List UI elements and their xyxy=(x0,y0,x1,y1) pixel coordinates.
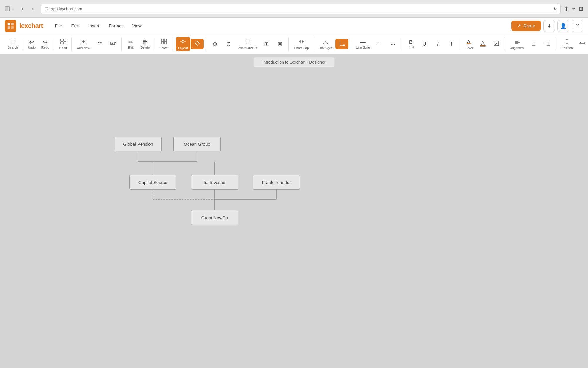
font-color-icon: A xyxy=(466,38,472,46)
italic-icon: I xyxy=(437,41,439,47)
toolbar-group-zoom: ⊕ ⊖ Zoom and Fit ⊞ ⊠ xyxy=(207,37,289,51)
zoom-in-icon: ⊕ xyxy=(213,41,218,47)
toolbar-group-chart: Chart xyxy=(55,37,72,51)
svg-rect-9 xyxy=(61,42,63,44)
chart-icon xyxy=(60,38,66,46)
grid-icon[interactable]: ⊞ xyxy=(579,6,583,12)
zoom-out-icon: ⊖ xyxy=(226,41,231,47)
bold-tool[interactable]: B Font xyxy=(404,38,417,50)
document-title: Introduction to Lexchart - Designer xyxy=(253,57,335,67)
align-center-tool[interactable] xyxy=(527,39,540,49)
node-great-newco[interactable]: Great NewCo xyxy=(191,210,238,225)
node-ocean-group[interactable]: Ocean Group xyxy=(173,137,220,151)
url-bar[interactable]: 🛡 app.lexchart.com ↻ xyxy=(41,4,561,14)
logo-text: lexchart xyxy=(19,22,43,30)
select-tool[interactable]: Select xyxy=(157,37,171,51)
forward-button[interactable]: › xyxy=(29,5,37,13)
delete-tool[interactable]: 🗑 Delete xyxy=(138,38,152,50)
redo-tool[interactable]: ↪ Redo xyxy=(39,38,52,50)
zoom-contract-icon: ⊠ xyxy=(278,41,283,47)
toolbar-group-linestyle: — Line Style - - ··· xyxy=(352,38,401,50)
border-color-tool[interactable] xyxy=(490,39,503,49)
toolbar-group-position: Position xyxy=(557,37,588,51)
svg-point-23 xyxy=(182,40,184,43)
reload-icon[interactable]: ↻ xyxy=(553,6,557,11)
italic-tool[interactable]: I xyxy=(431,40,444,48)
nav-insert[interactable]: Insert xyxy=(83,21,104,31)
fill-color-tool[interactable] xyxy=(476,39,489,49)
position-horizontal-tool[interactable] xyxy=(576,39,588,49)
url-text: app.lexchart.com xyxy=(51,6,82,11)
align-left-tool[interactable]: Alignment xyxy=(508,37,527,51)
svg-line-38 xyxy=(495,42,497,45)
security-icon: 🛡 xyxy=(44,6,49,11)
toolbar-group-linkstyle: Link Style xyxy=(314,37,350,51)
font-color-tool[interactable]: A Color xyxy=(463,37,476,51)
node-global-pension[interactable]: Global Pension xyxy=(115,137,162,151)
underline-tool[interactable]: U xyxy=(418,40,431,48)
browser-actions: ⬆ + ⊞ xyxy=(564,6,583,12)
header-actions: ↗ Share ⬇ 👤 ? xyxy=(511,20,583,32)
help-button[interactable]: ? xyxy=(572,20,583,32)
undo-tool[interactable]: ↩ Undo xyxy=(25,38,38,50)
browser-nav[interactable]: ‹ › xyxy=(18,5,37,13)
position-horizontal-icon xyxy=(579,40,586,47)
logo-icon xyxy=(5,20,16,32)
svg-rect-3 xyxy=(8,23,10,25)
line-dashed-tool[interactable]: - - xyxy=(373,40,386,49)
line-dotted-tool[interactable]: ··· xyxy=(386,40,399,49)
sidebar-toggle[interactable] xyxy=(5,6,15,11)
toolbar-group-select: Select xyxy=(155,37,173,51)
diagram[interactable]: Global Pension Ocean Group Capital Sourc… xyxy=(59,113,323,266)
edit-icon: ✏ xyxy=(128,39,133,45)
chart-gap-tool[interactable]: Chart Gap xyxy=(292,37,311,51)
svg-rect-21 xyxy=(161,42,164,44)
edit-tool[interactable]: ✏ Edit xyxy=(125,38,138,50)
back-button[interactable]: ‹ xyxy=(18,5,26,13)
nav-menu: File Edit Insert Format View xyxy=(50,21,146,31)
toolbar-group-font: B Font U I T xyxy=(402,38,460,50)
fill-color-icon xyxy=(480,40,486,47)
svg-point-32 xyxy=(327,43,328,44)
underline-icon: U xyxy=(422,41,426,47)
toolbar-group-alignment: Alignment xyxy=(506,37,556,51)
node-ira-investor[interactable]: Ira Investor xyxy=(191,175,238,190)
redo-icon: ↪ xyxy=(43,39,48,45)
line-solid-tool[interactable]: — Line Style xyxy=(353,38,372,50)
nav-format[interactable]: Format xyxy=(104,21,128,31)
bold-icon: B xyxy=(409,39,413,45)
svg-rect-5 xyxy=(8,26,10,29)
new-tab-icon[interactable]: + xyxy=(572,6,575,12)
add-link-tool[interactable] xyxy=(93,39,106,49)
strikethrough-tool[interactable]: T xyxy=(445,40,458,48)
nav-view[interactable]: View xyxy=(127,21,146,31)
download-button[interactable]: ⬇ xyxy=(543,20,555,32)
nav-edit[interactable]: Edit xyxy=(67,21,84,31)
align-right-tool[interactable] xyxy=(541,39,554,49)
node-frank-founder[interactable]: Frank Founder xyxy=(253,175,300,190)
share-button[interactable]: ↗ Share xyxy=(511,21,541,31)
node-capital-source[interactable]: Capital Source xyxy=(129,175,176,190)
zoom-out-tool[interactable]: ⊖ xyxy=(222,40,235,49)
user-button[interactable]: 👤 xyxy=(557,20,569,32)
add-new-tool[interactable]: Add New xyxy=(75,37,93,51)
zoom-expand-tool[interactable]: ⊞ xyxy=(260,40,273,49)
add-text-tool[interactable]: A xyxy=(107,39,120,49)
zoom-contract-tool[interactable]: ⊠ xyxy=(274,40,287,49)
toolbar-group-layout: Layout xyxy=(174,37,206,51)
toolbar-group-color: A Color xyxy=(461,37,505,51)
canvas-area[interactable]: Introduction to Lexchart - Designer xyxy=(0,54,588,368)
position-vertical-tool[interactable]: Position xyxy=(559,37,575,51)
svg-rect-7 xyxy=(61,39,63,41)
link-style-curved[interactable]: Link Style xyxy=(316,37,335,51)
layout-tool-1[interactable]: Layout xyxy=(176,37,190,51)
add-new-icon xyxy=(80,38,87,46)
search-tool[interactable]: ☰ Search xyxy=(5,38,20,50)
link-style-angled[interactable] xyxy=(335,39,348,49)
zoom-in-tool[interactable]: ⊕ xyxy=(209,40,222,49)
share-page-icon[interactable]: ⬆ xyxy=(564,6,569,12)
layout-tool-2[interactable] xyxy=(191,39,204,49)
zoom-fit-tool[interactable]: Zoom and Fit xyxy=(236,37,260,51)
chart-tool[interactable]: Chart xyxy=(57,37,70,51)
nav-file[interactable]: File xyxy=(50,21,66,31)
